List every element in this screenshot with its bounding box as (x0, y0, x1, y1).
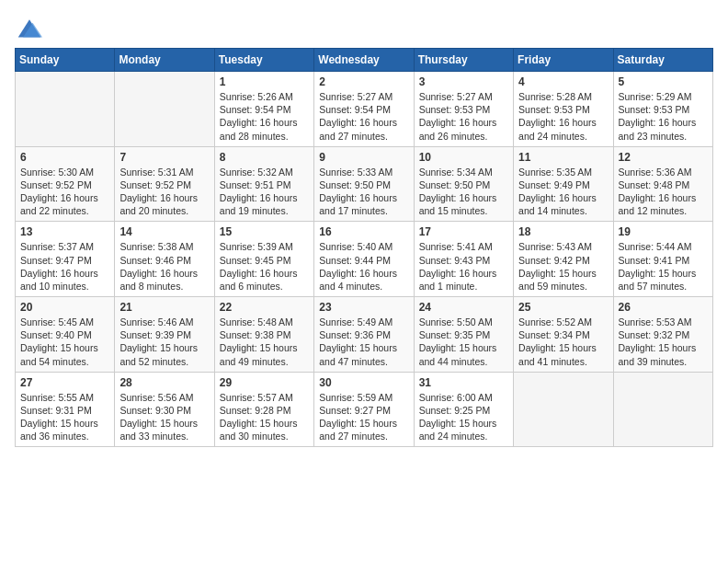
logo (15, 15, 48, 40)
calendar-cell: 26Sunrise: 5:53 AM Sunset: 9:32 PM Dayli… (613, 297, 712, 373)
day-number: 2 (319, 75, 408, 88)
weekday-header: Tuesday (214, 49, 313, 72)
day-number: 3 (419, 75, 508, 88)
calendar-cell: 3Sunrise: 5:27 AM Sunset: 9:53 PM Daylig… (414, 72, 513, 147)
day-number: 15 (220, 225, 309, 238)
calendar-cell: 1Sunrise: 5:26 AM Sunset: 9:54 PM Daylig… (214, 72, 313, 147)
calendar-cell: 4Sunrise: 5:28 AM Sunset: 9:53 PM Daylig… (514, 72, 613, 147)
calendar-cell: 2Sunrise: 5:27 AM Sunset: 9:54 PM Daylig… (314, 72, 414, 147)
calendar-header-row: SundayMondayTuesdayWednesdayThursdayFrid… (16, 49, 713, 72)
day-number: 11 (518, 151, 608, 164)
weekday-header: Saturday (613, 49, 712, 72)
calendar-cell: 17Sunrise: 5:41 AM Sunset: 9:43 PM Dayli… (414, 222, 513, 297)
day-info: Sunrise: 5:55 AM Sunset: 9:31 PM Dayligh… (20, 391, 109, 443)
day-info: Sunrise: 5:35 AM Sunset: 9:49 PM Dayligh… (518, 166, 608, 218)
day-info: Sunrise: 5:34 AM Sunset: 9:50 PM Dayligh… (419, 166, 508, 218)
calendar-cell: 10Sunrise: 5:34 AM Sunset: 9:50 PM Dayli… (414, 146, 513, 222)
day-info: Sunrise: 6:00 AM Sunset: 9:25 PM Dayligh… (419, 391, 508, 443)
day-info: Sunrise: 5:27 AM Sunset: 9:54 PM Dayligh… (319, 90, 408, 143)
day-number: 27 (20, 376, 109, 389)
calendar-cell: 12Sunrise: 5:36 AM Sunset: 9:48 PM Dayli… (613, 146, 712, 222)
day-number: 14 (119, 225, 209, 238)
day-info: Sunrise: 5:30 AM Sunset: 9:52 PM Dayligh… (20, 166, 109, 218)
day-info: Sunrise: 5:37 AM Sunset: 9:47 PM Dayligh… (20, 240, 109, 293)
day-info: Sunrise: 5:41 AM Sunset: 9:43 PM Dayligh… (419, 240, 508, 293)
day-number: 7 (119, 151, 209, 164)
day-info: Sunrise: 5:26 AM Sunset: 9:54 PM Dayligh… (220, 90, 309, 143)
calendar-week-row: 20Sunrise: 5:45 AM Sunset: 9:40 PM Dayli… (16, 297, 713, 373)
day-info: Sunrise: 5:48 AM Sunset: 9:38 PM Dayligh… (220, 316, 309, 368)
calendar-week-row: 6Sunrise: 5:30 AM Sunset: 9:52 PM Daylig… (16, 146, 713, 222)
day-number: 16 (319, 225, 408, 238)
day-info: Sunrise: 5:36 AM Sunset: 9:48 PM Dayligh… (619, 166, 708, 218)
calendar-cell: 27Sunrise: 5:55 AM Sunset: 9:31 PM Dayli… (16, 372, 115, 447)
day-number: 5 (619, 75, 708, 88)
calendar-cell: 28Sunrise: 5:56 AM Sunset: 9:30 PM Dayli… (115, 372, 214, 447)
day-number: 28 (119, 376, 209, 389)
calendar-cell (16, 72, 115, 147)
day-number: 12 (619, 151, 708, 164)
weekday-header: Monday (115, 49, 214, 72)
day-number: 17 (419, 225, 508, 238)
day-number: 18 (518, 225, 608, 238)
day-info: Sunrise: 5:31 AM Sunset: 9:52 PM Dayligh… (119, 166, 209, 218)
calendar-week-row: 27Sunrise: 5:55 AM Sunset: 9:31 PM Dayli… (16, 372, 713, 447)
day-info: Sunrise: 5:39 AM Sunset: 9:45 PM Dayligh… (220, 240, 309, 293)
weekday-header: Thursday (414, 49, 513, 72)
calendar-week-row: 1Sunrise: 5:26 AM Sunset: 9:54 PM Daylig… (16, 72, 713, 147)
day-info: Sunrise: 5:57 AM Sunset: 9:28 PM Dayligh… (220, 391, 309, 443)
day-info: Sunrise: 5:56 AM Sunset: 9:30 PM Dayligh… (119, 391, 209, 443)
calendar-cell: 13Sunrise: 5:37 AM Sunset: 9:47 PM Dayli… (16, 222, 115, 297)
calendar-cell (115, 72, 214, 147)
day-info: Sunrise: 5:52 AM Sunset: 9:34 PM Dayligh… (518, 316, 608, 368)
day-number: 10 (419, 151, 508, 164)
day-number: 4 (518, 75, 608, 88)
calendar-cell: 15Sunrise: 5:39 AM Sunset: 9:45 PM Dayli… (214, 222, 313, 297)
calendar-cell: 20Sunrise: 5:45 AM Sunset: 9:40 PM Dayli… (16, 297, 115, 373)
day-info: Sunrise: 5:59 AM Sunset: 9:27 PM Dayligh… (319, 391, 408, 443)
calendar-cell: 19Sunrise: 5:44 AM Sunset: 9:41 PM Dayli… (613, 222, 712, 297)
day-number: 8 (220, 151, 309, 164)
day-number: 30 (319, 376, 408, 389)
logo-icon (15, 15, 44, 40)
calendar-cell: 5Sunrise: 5:29 AM Sunset: 9:53 PM Daylig… (613, 72, 712, 147)
calendar-cell: 7Sunrise: 5:31 AM Sunset: 9:52 PM Daylig… (115, 146, 214, 222)
day-info: Sunrise: 5:46 AM Sunset: 9:39 PM Dayligh… (119, 316, 209, 368)
calendar-cell: 29Sunrise: 5:57 AM Sunset: 9:28 PM Dayli… (214, 372, 313, 447)
day-info: Sunrise: 5:53 AM Sunset: 9:32 PM Dayligh… (619, 316, 708, 368)
day-info: Sunrise: 5:45 AM Sunset: 9:40 PM Dayligh… (20, 316, 109, 368)
calendar-cell: 14Sunrise: 5:38 AM Sunset: 9:46 PM Dayli… (115, 222, 214, 297)
day-number: 22 (220, 301, 309, 314)
day-number: 19 (619, 225, 708, 238)
day-number: 13 (20, 225, 109, 238)
calendar-cell (514, 372, 613, 447)
day-number: 6 (20, 151, 109, 164)
day-number: 21 (119, 301, 209, 314)
calendar-cell: 8Sunrise: 5:32 AM Sunset: 9:51 PM Daylig… (214, 146, 313, 222)
calendar-cell: 25Sunrise: 5:52 AM Sunset: 9:34 PM Dayli… (514, 297, 613, 373)
day-info: Sunrise: 5:49 AM Sunset: 9:36 PM Dayligh… (319, 316, 408, 368)
calendar-cell: 6Sunrise: 5:30 AM Sunset: 9:52 PM Daylig… (16, 146, 115, 222)
calendar-cell: 30Sunrise: 5:59 AM Sunset: 9:27 PM Dayli… (314, 372, 414, 447)
day-number: 24 (419, 301, 508, 314)
calendar-cell: 23Sunrise: 5:49 AM Sunset: 9:36 PM Dayli… (314, 297, 414, 373)
weekday-header: Friday (514, 49, 613, 72)
day-number: 23 (319, 301, 408, 314)
calendar-cell: 9Sunrise: 5:33 AM Sunset: 9:50 PM Daylig… (314, 146, 414, 222)
calendar-table: SundayMondayTuesdayWednesdayThursdayFrid… (15, 48, 713, 447)
day-info: Sunrise: 5:29 AM Sunset: 9:53 PM Dayligh… (619, 90, 708, 143)
calendar-cell: 21Sunrise: 5:46 AM Sunset: 9:39 PM Dayli… (115, 297, 214, 373)
day-info: Sunrise: 5:43 AM Sunset: 9:42 PM Dayligh… (518, 240, 608, 293)
calendar-week-row: 13Sunrise: 5:37 AM Sunset: 9:47 PM Dayli… (16, 222, 713, 297)
day-number: 29 (220, 376, 309, 389)
day-info: Sunrise: 5:28 AM Sunset: 9:53 PM Dayligh… (518, 90, 608, 143)
calendar-cell (613, 372, 712, 447)
day-number: 9 (319, 151, 408, 164)
calendar-cell: 24Sunrise: 5:50 AM Sunset: 9:35 PM Dayli… (414, 297, 513, 373)
day-info: Sunrise: 5:27 AM Sunset: 9:53 PM Dayligh… (419, 90, 508, 143)
day-info: Sunrise: 5:40 AM Sunset: 9:44 PM Dayligh… (319, 240, 408, 293)
day-info: Sunrise: 5:44 AM Sunset: 9:41 PM Dayligh… (619, 240, 708, 293)
day-number: 26 (619, 301, 708, 314)
day-number: 1 (220, 75, 309, 88)
calendar-cell: 16Sunrise: 5:40 AM Sunset: 9:44 PM Dayli… (314, 222, 414, 297)
